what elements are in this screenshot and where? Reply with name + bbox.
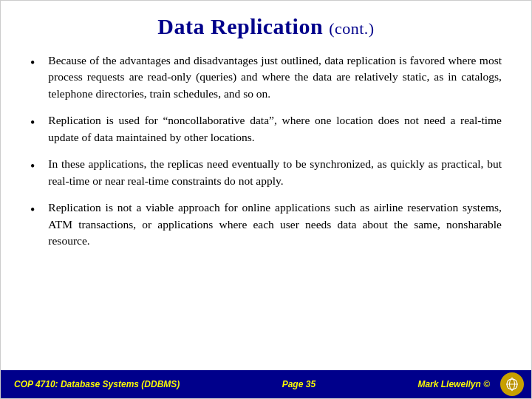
bullet-marker-2: • — [30, 114, 35, 132]
slide-title: Data Replication (cont.) — [30, 14, 502, 39]
bullet-marker-4: • — [30, 201, 35, 219]
slide-content: Data Replication (cont.) • Because of th… — [1, 1, 531, 370]
logo-icon — [502, 374, 522, 395]
bullet-text-2: Replication is used for “noncollaborativ… — [48, 112, 502, 146]
bullet-text-4: Replication is not a viable approach for… — [48, 200, 502, 249]
bullet-text-3: In these applications, the replicas need… — [48, 156, 502, 189]
bullet-text-1: Because of the advantages and disadvanta… — [48, 52, 502, 102]
slide-footer: COP 4710: Database Systems (DDBMS) Page … — [1, 370, 531, 398]
bullet-item-4: • Replication is not a viable approach f… — [30, 200, 502, 249]
slide: Data Replication (cont.) • Because of th… — [0, 0, 532, 399]
bullet-item-2: • Replication is used for “noncollaborat… — [30, 112, 502, 146]
title-sub: (cont.) — [329, 19, 375, 38]
bullet-marker-3: • — [30, 157, 35, 176]
title-main: Data Replication — [157, 14, 323, 38]
footer-logo — [500, 372, 524, 396]
footer-left: COP 4710: Database Systems (DDBMS) — [14, 379, 180, 389]
bullet-item-1: • Because of the advantages and disadvan… — [30, 52, 502, 102]
bullet-item-3: • In these applications, the replicas ne… — [30, 156, 502, 189]
bullet-marker-1: • — [30, 54, 35, 72]
footer-right: Mark Llewellyn © — [417, 379, 490, 389]
footer-center: Page 35 — [282, 379, 316, 389]
